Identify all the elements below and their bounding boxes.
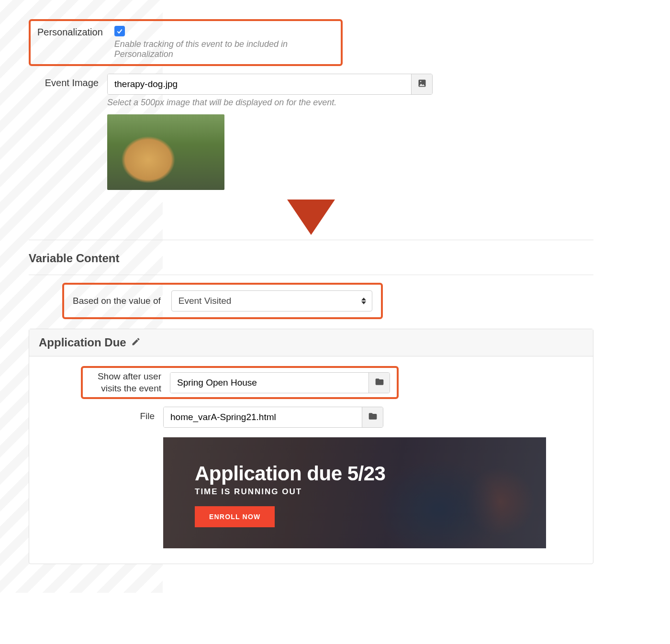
file-browse-button[interactable] [362,407,383,427]
variable-content-title: Variable Content [29,252,593,265]
file-label: File [48,407,163,422]
show-after-highlight: Show after user visits the event [81,366,399,399]
personalization-help: Enable tracking of this event to be incl… [114,39,334,59]
personalization-checkbox[interactable] [114,26,125,36]
rule-panel: Application Due Show after user visits t… [29,329,593,564]
file-input[interactable] [164,407,362,427]
based-on-select[interactable]: Event Visited [171,290,372,311]
enroll-now-button[interactable]: ENROLL NOW [195,506,275,527]
banner-subtitle: TIME IS RUNNING OUT [195,487,385,497]
select-arrows-icon [361,298,366,304]
event-image-thumbnail [107,114,224,190]
show-after-input[interactable] [170,373,368,393]
edit-rule-button[interactable] [131,337,141,348]
image-picker-button[interactable] [411,74,432,94]
event-image-input[interactable] [108,74,411,94]
image-icon [417,78,427,90]
show-after-browse-button[interactable] [368,373,390,393]
arrow-down-icon [287,200,335,235]
based-on-highlight: Based on the value of Event Visited [62,283,383,319]
banner-title: Application due 5/23 [195,462,385,485]
personalization-label: Personalization [37,26,103,38]
banner-preview: Application due 5/23 TIME IS RUNNING OUT… [163,437,546,548]
event-image-help: Select a 500px image that will be displa… [107,98,593,108]
based-on-value: Event Visited [179,296,232,306]
pencil-icon [131,340,141,348]
show-after-label: Show after user visits the event [89,371,161,394]
personalization-highlight: Personalization Enable tracking of this … [29,19,343,66]
folder-icon [375,377,384,389]
folder-icon [368,411,378,423]
rule-title: Application Due [39,336,126,349]
based-on-label: Based on the value of [73,296,161,306]
event-image-label: Event Image [35,74,107,89]
